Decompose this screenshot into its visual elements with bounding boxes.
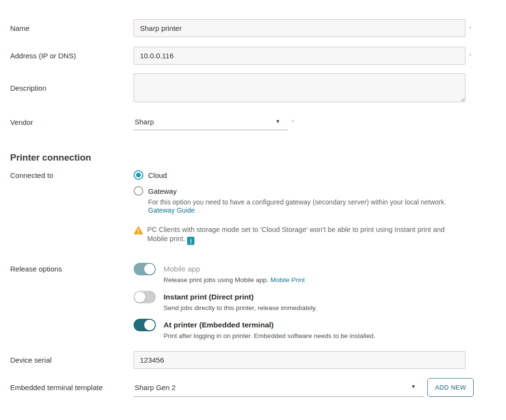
- gateway-help-text: For this option you need to have a confi…: [148, 198, 462, 206]
- mobile-print-link[interactable]: Mobile Print: [270, 276, 304, 284]
- device-serial-row: Device serial: [0, 351, 506, 369]
- terminal-template-select[interactable]: Sharp Gen 2 ▼: [134, 378, 424, 397]
- warning-text: PC Clients with storage mode set to 'Clo…: [147, 225, 465, 245]
- connected-to-label: Connected to: [0, 170, 134, 179]
- terminal-template-row: Embedded terminal template Sharp Gen 2 ▼…: [0, 378, 506, 397]
- device-serial-input[interactable]: [134, 351, 465, 369]
- vendor-label: Vendor: [0, 118, 134, 126]
- toggle-knob: [144, 320, 155, 330]
- vendor-row: Vendor Sharp ▼ *: [0, 114, 506, 130]
- at-printer-description: Print after logging in on printer. Embed…: [164, 332, 375, 340]
- mobile-app-toggle[interactable]: [134, 263, 156, 275]
- terminal-template-selected-value: Sharp Gen 2: [134, 383, 176, 392]
- name-label: Name: [0, 24, 134, 32]
- chevron-down-icon: ▼: [275, 119, 280, 124]
- address-input[interactable]: [134, 47, 465, 65]
- toggle-knob: [135, 292, 145, 302]
- description-row: Description: [0, 73, 506, 102]
- radio-selected-icon: [134, 170, 143, 180]
- terminal-template-label: Embedded terminal template: [0, 383, 134, 392]
- vendor-selected-value: Sharp: [134, 118, 154, 126]
- connected-to-row: Connected to Cloud Gateway For this opti…: [0, 170, 506, 245]
- radio-gateway-label: Gateway: [148, 187, 177, 195]
- toggle-block-instant-print: Instant print (Direct print) Send jobs d…: [134, 291, 465, 312]
- name-input[interactable]: [134, 19, 465, 37]
- printer-settings-form: Name * Address (IP or DNS) * Description…: [0, 0, 506, 397]
- at-printer-title: At printer (Embedded terminal): [164, 319, 375, 331]
- address-label: Address (IP or DNS): [0, 52, 134, 60]
- toggle-block-at-printer: At printer (Embedded terminal) Print aft…: [134, 319, 465, 340]
- release-options-label: Release options: [0, 263, 134, 273]
- instant-print-title: Instant print (Direct print): [164, 291, 317, 303]
- mobile-app-title: Mobile app: [164, 263, 305, 275]
- description-label: Description: [0, 84, 134, 92]
- release-options-row: Release options Mobile app Release print…: [0, 263, 506, 347]
- toggle-block-mobile-app: Mobile app Release print jobs using Mobi…: [134, 263, 465, 285]
- address-row: Address (IP or DNS) *: [0, 47, 506, 65]
- instant-print-toggle[interactable]: [134, 291, 156, 303]
- radio-cloud-label: Cloud: [148, 171, 167, 179]
- name-row: Name *: [0, 19, 506, 37]
- gateway-help: For this option you need to have a confi…: [148, 198, 462, 215]
- at-printer-toggle[interactable]: [134, 319, 156, 331]
- device-serial-label: Device serial: [0, 356, 134, 364]
- warning-triangle-icon: [134, 226, 143, 235]
- vendor-select[interactable]: Sharp ▼: [134, 114, 288, 130]
- chevron-down-icon: ▼: [411, 384, 416, 389]
- required-asterisk: *: [469, 25, 471, 32]
- required-asterisk: *: [291, 118, 294, 126]
- description-textarea[interactable]: [134, 73, 465, 102]
- gateway-guide-link[interactable]: Gateway Guide: [148, 206, 195, 214]
- radio-gateway[interactable]: Gateway: [134, 186, 465, 196]
- cloud-storage-warning: PC Clients with storage mode set to 'Clo…: [134, 225, 465, 245]
- mobile-app-description: Release print jobs using Mobile app. Mob…: [164, 276, 305, 285]
- add-new-button[interactable]: ADD NEW: [427, 378, 474, 397]
- instant-print-description: Send jobs directly to this printer, rele…: [164, 304, 317, 312]
- info-icon[interactable]: i: [187, 237, 194, 245]
- toggle-knob: [144, 264, 155, 274]
- section-title-printer-connection: Printer connection: [0, 152, 506, 163]
- required-asterisk: *: [469, 52, 471, 60]
- radio-cloud[interactable]: Cloud: [134, 170, 465, 180]
- radio-unselected-icon: [134, 186, 143, 196]
